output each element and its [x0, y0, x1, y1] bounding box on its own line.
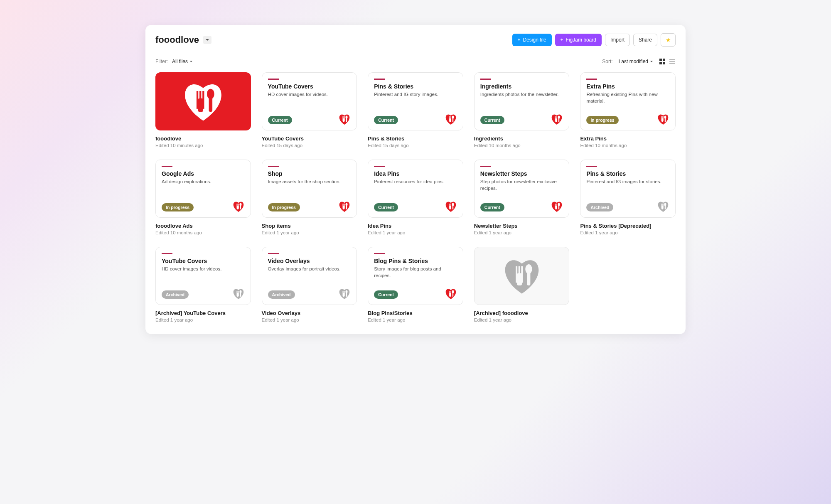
card-subtitle: Refreshing existing Pins with new materi… — [586, 91, 669, 104]
plus-icon: + — [518, 37, 521, 42]
status-badge: Archived — [586, 203, 613, 211]
heart-logo-icon — [338, 201, 351, 212]
card-title: Ingredients — [480, 83, 563, 90]
heart-logo-icon — [232, 201, 245, 212]
file-thumbnail[interactable]: Pins & Stories Pinterest and IG images f… — [580, 160, 676, 218]
file-thumbnail[interactable]: Extra Pins Refreshing existing Pins with… — [580, 72, 676, 130]
share-button[interactable]: Share — [633, 34, 657, 46]
svg-rect-40 — [237, 206, 238, 209]
svg-rect-90 — [527, 272, 530, 285]
accent-bar — [480, 166, 491, 167]
svg-rect-3 — [663, 62, 665, 64]
file-grid: fooodloveEdited 10 minutes ago YouTube C… — [155, 72, 676, 322]
view-toggles — [659, 58, 676, 65]
file-thumbnail[interactable]: Newsletter Steps Step photos for newslet… — [474, 160, 570, 218]
file-item: Blog Pins & Stories Story images for blo… — [368, 247, 463, 322]
svg-rect-24 — [452, 118, 453, 122]
file-thumbnail[interactable]: Blog Pins & Stories Story images for blo… — [368, 247, 463, 305]
file-name: [Archived] YouTube Covers — [155, 310, 251, 316]
accent-bar — [374, 79, 385, 80]
card-subtitle: Ad design explorations. — [162, 179, 245, 185]
file-item: Idea Pins Pinterest resources for idea p… — [368, 160, 463, 235]
file-meta: Edited 1 year ago — [368, 230, 463, 235]
svg-rect-34 — [662, 118, 664, 122]
file-name: fooodlove Ads — [155, 223, 251, 229]
chevron-down-icon — [205, 38, 209, 42]
svg-rect-84 — [452, 293, 453, 297]
card-subtitle: Pinterest and IG story images. — [374, 91, 457, 98]
chevron-down-icon — [189, 60, 193, 63]
heart-logo-icon — [551, 113, 563, 125]
svg-rect-72 — [240, 293, 241, 297]
plus-icon: + — [561, 37, 563, 42]
file-thumbnail-archived-cover[interactable] — [474, 247, 570, 305]
import-button[interactable]: Import — [605, 34, 630, 46]
file-thumbnail[interactable]: YouTube Covers HD cover images for video… — [262, 72, 357, 130]
status-badge: Current — [374, 290, 398, 299]
header: fooodlove + Design file + FigJam board I… — [155, 33, 676, 47]
file-name: Pins & Stories — [368, 135, 463, 142]
file-thumbnail[interactable]: Pins & Stories Pinterest and IG story im… — [368, 72, 463, 130]
new-figjam-button[interactable]: + FigJam board — [555, 34, 602, 46]
chevron-down-icon — [650, 60, 653, 63]
file-item: Video Overlays Overlay images for portra… — [262, 247, 357, 322]
filter-dropdown[interactable]: All files — [172, 59, 193, 64]
file-meta: Edited 15 days ago — [368, 143, 463, 148]
heart-logo-icon — [657, 201, 669, 212]
file-thumbnail[interactable]: Shop Image assets for the shop section. … — [262, 160, 357, 218]
file-thumbnail[interactable]: Google Ads Ad design explorations. In pr… — [155, 160, 251, 218]
file-name: fooodlove — [155, 135, 251, 142]
svg-rect-54 — [452, 205, 453, 209]
card-subtitle: HD cover images for videos. — [162, 266, 245, 273]
file-thumbnail[interactable]: Ingredients Ingredients photos for the n… — [474, 72, 570, 130]
svg-rect-5 — [669, 61, 675, 62]
svg-rect-0 — [659, 59, 662, 61]
file-thumbnail[interactable]: Idea Pins Pinterest resources for idea p… — [368, 160, 463, 218]
list-view-icon[interactable] — [669, 58, 676, 65]
card-subtitle: Pinterest and IG images for stories. — [586, 179, 669, 185]
svg-rect-66 — [665, 205, 666, 209]
project-menu-button[interactable] — [203, 36, 211, 44]
svg-rect-76 — [343, 293, 345, 297]
card-subtitle: Overlay images for portrait videos. — [268, 266, 351, 273]
svg-rect-4 — [669, 59, 675, 60]
card-title: Shop — [268, 170, 351, 177]
grid-view-icon[interactable] — [659, 58, 666, 65]
status-badge: Current — [374, 116, 398, 124]
file-thumbnail-cover[interactable] — [155, 72, 251, 130]
status-badge: Current — [268, 116, 292, 124]
svg-rect-2 — [659, 62, 662, 64]
file-name: YouTube Covers — [262, 135, 357, 142]
accent-bar — [162, 253, 172, 254]
file-item: YouTube Covers HD cover images for video… — [155, 247, 251, 322]
file-item: [Archived] fooodloveEdited 1 year ago — [474, 247, 570, 322]
svg-rect-64 — [662, 206, 664, 209]
file-name: Pins & Stories [Deprecated] — [580, 223, 676, 229]
heart-logo-icon — [551, 201, 563, 212]
accent-bar — [480, 79, 491, 80]
card-title: YouTube Covers — [268, 83, 351, 90]
sort-dropdown[interactable]: Last modified — [619, 59, 653, 64]
svg-rect-52 — [449, 206, 451, 209]
accent-bar — [162, 166, 172, 167]
status-badge: Current — [480, 203, 504, 211]
file-meta: Edited 10 months ago — [580, 143, 676, 148]
card-title: Extra Pins — [586, 83, 669, 90]
heart-logo-icon — [338, 113, 351, 125]
status-badge: Current — [480, 116, 504, 124]
star-button[interactable]: ★ — [661, 33, 676, 47]
file-meta: Edited 1 year ago — [262, 317, 357, 322]
status-badge: Archived — [162, 290, 189, 299]
new-design-file-button[interactable]: + Design file — [512, 34, 552, 46]
status-badge: In progress — [162, 203, 194, 211]
card-title: Video Overlays — [268, 258, 351, 264]
file-thumbnail[interactable]: YouTube Covers HD cover images for video… — [155, 247, 251, 305]
project-title: fooodlove — [155, 34, 199, 45]
file-name: Newsletter Steps — [474, 223, 570, 229]
svg-rect-30 — [558, 118, 559, 122]
heart-logo-icon — [445, 113, 457, 125]
file-thumbnail[interactable]: Video Overlays Overlay images for portra… — [262, 247, 357, 305]
svg-rect-70 — [237, 293, 238, 297]
sort-value: Last modified — [619, 59, 648, 64]
card-subtitle: Ingredients photos for the newsletter. — [480, 91, 563, 98]
